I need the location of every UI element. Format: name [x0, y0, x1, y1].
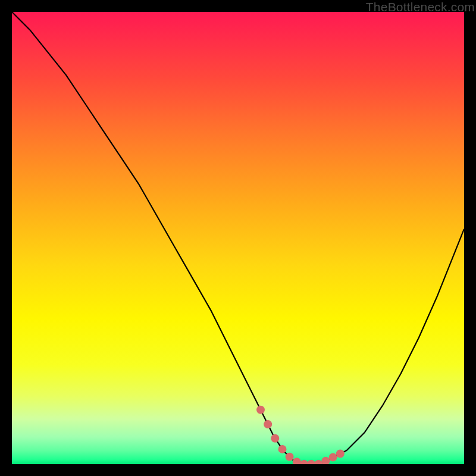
- optimum-dot: [321, 457, 330, 464]
- optimum-dot: [293, 458, 301, 464]
- curve-svg: [12, 12, 464, 464]
- optimum-dot: [256, 406, 265, 414]
- optimum-dot: [286, 453, 294, 461]
- plot-area: [12, 12, 464, 464]
- optimum-dot: [336, 450, 345, 458]
- optimum-dot: [307, 460, 315, 464]
- watermark-text: TheBottleneck.com: [366, 0, 475, 14]
- optimum-dot: [264, 420, 272, 428]
- optimum-dot: [329, 453, 337, 462]
- optimum-dot: [278, 445, 287, 453]
- optimum-dots-group: [256, 406, 345, 464]
- chart-container: TheBottleneck.com: [0, 0, 476, 476]
- optimum-dot: [314, 460, 322, 464]
- bottleneck-curve-line: [12, 12, 464, 464]
- optimum-dot: [300, 460, 308, 464]
- optimum-dot: [271, 434, 279, 443]
